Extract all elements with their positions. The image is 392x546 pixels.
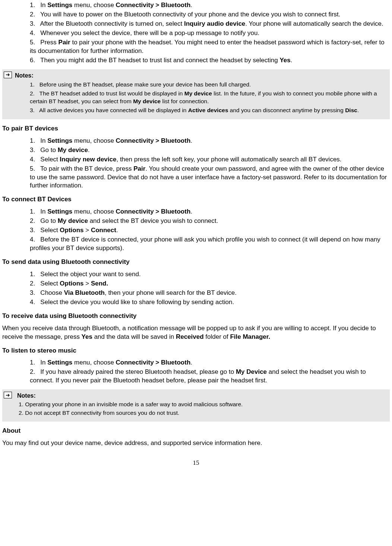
list-item: 5. Press Pair to pair your phone with th… (28, 38, 390, 56)
list-item: 4. Select Inquiry new device, then press… (28, 155, 390, 164)
main-list-4: 1. Select the object your want to send. … (2, 270, 390, 307)
list-item: 2. Select Options > Send. (28, 280, 390, 288)
arrow-icon: ➜ (4, 72, 12, 78)
list-item: 1. In Settings menu, choose Connectivity… (28, 208, 390, 216)
main-list-2: 1. In Settings menu, choose Connectivity… (2, 137, 390, 190)
list-item: 2. Do not accept BT connectivity from so… (19, 409, 388, 417)
list-item: 2. If you have already paired the stereo… (28, 368, 390, 385)
notes-box-2: ➜ Notes: 1. Operating your phone in an i… (2, 389, 390, 421)
list-item: 4. Before the BT device is connected, yo… (28, 236, 390, 253)
list-item: 4. Select the device you would like to s… (28, 298, 390, 307)
list-item: 3. Choose Via Bluetooth, then your phone… (28, 289, 390, 297)
notes-box-1: ➜ Notes: 1. Before using the BT headset,… (2, 69, 390, 119)
main-list-1: 1. In Settings menu, choose Connectivity… (2, 1, 390, 65)
para-about: You may find out your device name, devic… (2, 439, 390, 448)
arrow-icon: ➜ (4, 392, 12, 398)
heading-pair: To pair BT devices (2, 124, 390, 133)
notes-title: Notes: (15, 72, 34, 80)
list-item: 4. Whenever you select the device, there… (28, 29, 390, 38)
list-item: 2. Go to My device and select the BT dev… (28, 217, 390, 225)
heading-stereo: To listen to stereo music (2, 347, 390, 355)
list-item: 1. Before using the BT headset, please m… (28, 81, 388, 89)
notes-title: Notes: (17, 392, 36, 400)
notes-list: 1. Before using the BT headset, please m… (4, 81, 388, 114)
list-item: 5. To pair with the BT device, press Pai… (28, 165, 390, 190)
list-item: 3. Go to My device. (28, 146, 390, 155)
list-item: 1. In Settings menu, choose Connectivity… (28, 359, 390, 367)
page-number: 15 (2, 459, 390, 467)
list-item: 3. Select Options > Connect. (28, 226, 390, 235)
heading-connect: To connect BT Devices (2, 195, 390, 204)
list-item: 2. You will have to power on the Bluetoo… (28, 10, 390, 19)
heading-send: To send data using Bluetooth connectivit… (2, 258, 390, 266)
list-item: 3. After the Bluetooth connectivity is t… (28, 20, 390, 28)
heading-receive: To receive data using Bluetooth connecti… (2, 312, 390, 321)
list-item: 1. Operating your phone in an invisible … (19, 401, 388, 408)
notes-plain-list: 1. Operating your phone in an invisible … (19, 401, 388, 417)
list-item: 6. Then you might add the BT headset to … (28, 56, 390, 65)
list-item: 1. Select the object your want to send. (28, 270, 390, 279)
para-receive: When you receive data through Bluetooth,… (2, 324, 390, 341)
list-item: 2. The BT headset added to trust list wo… (28, 90, 388, 105)
list-item: 3. All active devices you have connected… (28, 107, 388, 114)
list-item: 1. In Settings menu, choose Connectivity… (28, 1, 390, 10)
main-list-5: 1. In Settings menu, choose Connectivity… (2, 359, 390, 385)
heading-about: About (2, 427, 390, 435)
main-list-3: 1. In Settings menu, choose Connectivity… (2, 208, 390, 253)
list-item: 1. In Settings menu, choose Connectivity… (28, 137, 390, 145)
